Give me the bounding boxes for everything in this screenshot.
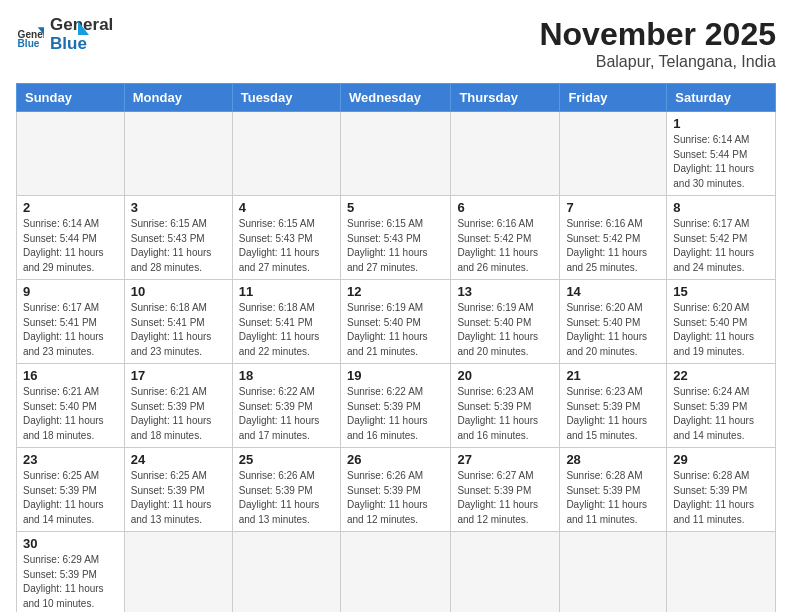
logo-icon: General Blue [16, 21, 44, 49]
day-info: Sunrise: 6:28 AM Sunset: 5:39 PM Dayligh… [566, 469, 660, 527]
calendar-week-row: 16Sunrise: 6:21 AM Sunset: 5:40 PM Dayli… [17, 364, 776, 448]
calendar-cell: 8Sunrise: 6:17 AM Sunset: 5:42 PM Daylig… [667, 196, 776, 280]
calendar-cell [340, 112, 450, 196]
calendar-cell: 9Sunrise: 6:17 AM Sunset: 5:41 PM Daylig… [17, 280, 125, 364]
day-info: Sunrise: 6:15 AM Sunset: 5:43 PM Dayligh… [131, 217, 226, 275]
day-info: Sunrise: 6:26 AM Sunset: 5:39 PM Dayligh… [347, 469, 444, 527]
calendar-cell: 14Sunrise: 6:20 AM Sunset: 5:40 PM Dayli… [560, 280, 667, 364]
calendar-cell: 5Sunrise: 6:15 AM Sunset: 5:43 PM Daylig… [340, 196, 450, 280]
calendar-cell [232, 532, 340, 613]
calendar-cell [340, 532, 450, 613]
weekday-header-sunday: Sunday [17, 84, 125, 112]
day-info: Sunrise: 6:15 AM Sunset: 5:43 PM Dayligh… [347, 217, 444, 275]
day-info: Sunrise: 6:21 AM Sunset: 5:39 PM Dayligh… [131, 385, 226, 443]
calendar-cell [124, 532, 232, 613]
calendar-cell: 27Sunrise: 6:27 AM Sunset: 5:39 PM Dayli… [451, 448, 560, 532]
calendar-cell: 18Sunrise: 6:22 AM Sunset: 5:39 PM Dayli… [232, 364, 340, 448]
day-number: 26 [347, 452, 444, 467]
day-info: Sunrise: 6:19 AM Sunset: 5:40 PM Dayligh… [457, 301, 553, 359]
day-info: Sunrise: 6:20 AM Sunset: 5:40 PM Dayligh… [566, 301, 660, 359]
calendar-cell: 25Sunrise: 6:26 AM Sunset: 5:39 PM Dayli… [232, 448, 340, 532]
day-info: Sunrise: 6:21 AM Sunset: 5:40 PM Dayligh… [23, 385, 118, 443]
calendar-cell: 23Sunrise: 6:25 AM Sunset: 5:39 PM Dayli… [17, 448, 125, 532]
day-info: Sunrise: 6:24 AM Sunset: 5:39 PM Dayligh… [673, 385, 769, 443]
day-number: 25 [239, 452, 334, 467]
calendar-week-row: 2Sunrise: 6:14 AM Sunset: 5:44 PM Daylig… [17, 196, 776, 280]
calendar-cell: 17Sunrise: 6:21 AM Sunset: 5:39 PM Dayli… [124, 364, 232, 448]
weekday-header-friday: Friday [560, 84, 667, 112]
calendar-cell: 29Sunrise: 6:28 AM Sunset: 5:39 PM Dayli… [667, 448, 776, 532]
calendar-cell [451, 112, 560, 196]
calendar-cell: 19Sunrise: 6:22 AM Sunset: 5:39 PM Dayli… [340, 364, 450, 448]
day-info: Sunrise: 6:22 AM Sunset: 5:39 PM Dayligh… [347, 385, 444, 443]
location-subtitle: Balapur, Telangana, India [539, 53, 776, 71]
day-info: Sunrise: 6:28 AM Sunset: 5:39 PM Dayligh… [673, 469, 769, 527]
day-info: Sunrise: 6:18 AM Sunset: 5:41 PM Dayligh… [131, 301, 226, 359]
day-number: 17 [131, 368, 226, 383]
day-number: 29 [673, 452, 769, 467]
calendar-table: SundayMondayTuesdayWednesdayThursdayFrid… [16, 83, 776, 612]
weekday-header-wednesday: Wednesday [340, 84, 450, 112]
calendar-cell: 28Sunrise: 6:28 AM Sunset: 5:39 PM Dayli… [560, 448, 667, 532]
day-number: 1 [673, 116, 769, 131]
day-info: Sunrise: 6:14 AM Sunset: 5:44 PM Dayligh… [23, 217, 118, 275]
calendar-cell: 11Sunrise: 6:18 AM Sunset: 5:41 PM Dayli… [232, 280, 340, 364]
month-title: November 2025 [539, 16, 776, 53]
calendar-cell: 26Sunrise: 6:26 AM Sunset: 5:39 PM Dayli… [340, 448, 450, 532]
page-header: General Blue General Blue November 2025 … [16, 16, 776, 71]
day-number: 23 [23, 452, 118, 467]
calendar-cell [667, 532, 776, 613]
day-info: Sunrise: 6:18 AM Sunset: 5:41 PM Dayligh… [239, 301, 334, 359]
day-number: 5 [347, 200, 444, 215]
day-info: Sunrise: 6:25 AM Sunset: 5:39 PM Dayligh… [23, 469, 118, 527]
day-info: Sunrise: 6:23 AM Sunset: 5:39 PM Dayligh… [457, 385, 553, 443]
day-info: Sunrise: 6:17 AM Sunset: 5:41 PM Dayligh… [23, 301, 118, 359]
day-info: Sunrise: 6:27 AM Sunset: 5:39 PM Dayligh… [457, 469, 553, 527]
calendar-cell: 10Sunrise: 6:18 AM Sunset: 5:41 PM Dayli… [124, 280, 232, 364]
calendar-cell: 7Sunrise: 6:16 AM Sunset: 5:42 PM Daylig… [560, 196, 667, 280]
calendar-cell: 4Sunrise: 6:15 AM Sunset: 5:43 PM Daylig… [232, 196, 340, 280]
day-number: 15 [673, 284, 769, 299]
calendar-header-row: SundayMondayTuesdayWednesdayThursdayFrid… [17, 84, 776, 112]
day-number: 8 [673, 200, 769, 215]
day-info: Sunrise: 6:23 AM Sunset: 5:39 PM Dayligh… [566, 385, 660, 443]
svg-marker-3 [78, 21, 89, 35]
day-number: 19 [347, 368, 444, 383]
day-info: Sunrise: 6:29 AM Sunset: 5:39 PM Dayligh… [23, 553, 118, 611]
logo: General Blue General Blue [16, 16, 89, 53]
day-number: 9 [23, 284, 118, 299]
calendar-week-row: 9Sunrise: 6:17 AM Sunset: 5:41 PM Daylig… [17, 280, 776, 364]
day-number: 20 [457, 368, 553, 383]
day-number: 14 [566, 284, 660, 299]
weekday-header-thursday: Thursday [451, 84, 560, 112]
day-number: 24 [131, 452, 226, 467]
day-info: Sunrise: 6:17 AM Sunset: 5:42 PM Dayligh… [673, 217, 769, 275]
calendar-cell [17, 112, 125, 196]
calendar-cell: 24Sunrise: 6:25 AM Sunset: 5:39 PM Dayli… [124, 448, 232, 532]
day-info: Sunrise: 6:22 AM Sunset: 5:39 PM Dayligh… [239, 385, 334, 443]
day-info: Sunrise: 6:25 AM Sunset: 5:39 PM Dayligh… [131, 469, 226, 527]
day-info: Sunrise: 6:19 AM Sunset: 5:40 PM Dayligh… [347, 301, 444, 359]
day-number: 6 [457, 200, 553, 215]
calendar-cell: 21Sunrise: 6:23 AM Sunset: 5:39 PM Dayli… [560, 364, 667, 448]
day-number: 10 [131, 284, 226, 299]
calendar-cell: 22Sunrise: 6:24 AM Sunset: 5:39 PM Dayli… [667, 364, 776, 448]
calendar-cell: 3Sunrise: 6:15 AM Sunset: 5:43 PM Daylig… [124, 196, 232, 280]
day-number: 22 [673, 368, 769, 383]
day-number: 13 [457, 284, 553, 299]
day-number: 18 [239, 368, 334, 383]
calendar-cell: 1Sunrise: 6:14 AM Sunset: 5:44 PM Daylig… [667, 112, 776, 196]
day-number: 30 [23, 536, 118, 551]
calendar-week-row: 23Sunrise: 6:25 AM Sunset: 5:39 PM Dayli… [17, 448, 776, 532]
day-info: Sunrise: 6:16 AM Sunset: 5:42 PM Dayligh… [457, 217, 553, 275]
title-section: November 2025 Balapur, Telangana, India [539, 16, 776, 71]
day-number: 3 [131, 200, 226, 215]
calendar-cell: 12Sunrise: 6:19 AM Sunset: 5:40 PM Dayli… [340, 280, 450, 364]
day-number: 12 [347, 284, 444, 299]
day-info: Sunrise: 6:15 AM Sunset: 5:43 PM Dayligh… [239, 217, 334, 275]
day-info: Sunrise: 6:20 AM Sunset: 5:40 PM Dayligh… [673, 301, 769, 359]
day-number: 4 [239, 200, 334, 215]
calendar-week-row: 30Sunrise: 6:29 AM Sunset: 5:39 PM Dayli… [17, 532, 776, 613]
svg-text:Blue: Blue [18, 37, 40, 48]
calendar-cell [232, 112, 340, 196]
